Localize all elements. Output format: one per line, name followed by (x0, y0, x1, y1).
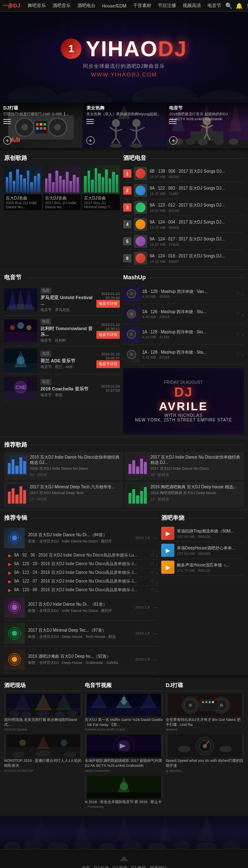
track-item-0-3[interactable]: ▶ 9A · 122 · 07 · 2016 百大DJ Indie Dance … (4, 577, 158, 586)
download-icon-1[interactable]: ↓ (242, 312, 244, 317)
drink-item-5[interactable]: 6 9A · 124 · 018 · 2017 百大DJ Songs DJ...… (123, 250, 244, 267)
album-item-0[interactable]: 2016 百大DJ Indie Dance Nu Di...（94首） 标签：全… (4, 525, 158, 551)
album-dots-0[interactable]: ··· (153, 535, 158, 541)
album-item-3[interactable]: 2016 酒吧沙滩曲 百大DJ Deep ho...（92首） 标签：全球百大D… (4, 647, 158, 673)
drink-item-3[interactable]: 4 9A · 124 · 004 · 2017 百大DJ Songs DJ...… (123, 216, 244, 233)
download-track-icon-1[interactable]: ↓ (156, 561, 158, 567)
bar-chart-item-1[interactable]: ▶ 草场DeepHouse酒吧舒心串串... 137.50 MB · 59536… (161, 542, 244, 559)
promo-plus-1[interactable]: + (3, 136, 12, 145)
dj-video-1[interactable]: Speed,Speed what you do with dishes打碟的技能… (166, 735, 244, 772)
svg-rect-23 (19, 138, 20, 142)
dj-video-0[interactable]: 全世界有特出名DJ天才奇才 Bm Got Talent 把手打碟...Und R… (166, 694, 244, 731)
heart-track-icon-1[interactable]: ♡ (150, 561, 154, 567)
bar-chart-meta-0: 137.50 MB · 595426 (177, 535, 244, 539)
bar-scene-video-0[interactable]: 国外吧现场 老莫克斯打碟 机合舞dj国邦band式... 2019.DJ,Spe… (4, 694, 82, 731)
song-sub-2: 2017 BUL.DJ Minimal Deep T... (84, 201, 118, 209)
heart-track-icon-3[interactable]: ♡ (150, 579, 154, 584)
dj-avrile-banner[interactable]: FRIDAY 24 AUGUST DJ AVRILE WITH NICHOLAS… (123, 368, 244, 434)
download-track-icon-2[interactable]: ↓ (156, 570, 158, 575)
festival-btn-2[interactable]: 电音节详情 (96, 360, 120, 368)
song-card-2[interactable]: 百大DJ音曲 2017 BUL.DJ Minimal Deep T... (82, 165, 120, 210)
track-item-0-0[interactable]: ▶ 9A · 92 · 36 · 2016 百大DJ Indie Dance N… (4, 551, 158, 560)
drink-item-0[interactable]: 1 6B · 138 · 006 · 2017 百大DJ Songs DJ...… (123, 165, 244, 182)
ev-thumb-0 (85, 694, 163, 716)
mashup-item-2[interactable]: 1A · 128 · Mashup 西洋串烧 · Stu... 4.43 MB … (123, 324, 244, 345)
search-icon[interactable]: 🔍 (225, 2, 232, 9)
nav-item-festival[interactable]: 电音节 (205, 2, 224, 10)
drink-item-1[interactable]: 2 9A · 122 · 083 · 2017 百大DJ Songs DJ...… (123, 182, 244, 199)
svg-point-92 (12, 751, 25, 757)
promo-card-festival[interactable]: 电音节 2018酒吧最流行音乐 超级帅的外DJ AK.BCTX.%26.sAki… (166, 102, 248, 148)
album-dots-2[interactable]: ··· (153, 630, 158, 637)
footer-link-contact[interactable]: 联系我们 (150, 865, 167, 868)
festival-item-1[interactable]: 电音 比利时 Tomorrowland 音乐... 电音节 · 比利时 2019… (4, 316, 120, 347)
heart-icon-1[interactable]: ♡ (236, 312, 240, 317)
album-title-1: 2017 百大DJ Indie Dance Nu Di...（61首） (28, 602, 132, 607)
promo-overlay-1: DJ打碟 打碟技巧!就是打碟技巧 CMF G-095【... (0, 102, 82, 119)
download-track-icon-4[interactable]: ↓ (156, 587, 158, 593)
drink-item-2[interactable]: 3 9A · 123 · 012 · 2017 百大DJ Songs DJ...… (123, 199, 244, 216)
rec-card-2[interactable]: 2017 百大DJ Minimal Deep Tech 六月精华专... 201… (4, 482, 123, 507)
footer-link-dj-tab[interactable]: DJ 扒谱 (94, 865, 109, 868)
section-divider-4 (150, 277, 244, 278)
heart-track-icon-4[interactable]: ♡ (150, 587, 154, 593)
promo-card-dance[interactable]: 美女热舞 美女热舞（双人）乘风破浪热舞Myung超能... + (83, 102, 165, 148)
heart-icon-0[interactable]: ♡ (236, 291, 240, 297)
mashup-item-1[interactable]: 1A · 126 · Mashup 西洋串烧 · Stu... 4.45 MB … (123, 304, 244, 324)
mashup-item-3[interactable]: 1A · 128 · Mashup 西洋串烧 · Sta... 4.43 MB … (123, 345, 244, 365)
rec-card-0[interactable]: 2016 百大DJ Indie Dance Nu Disco欢快串烧经典精选 D… (4, 452, 123, 480)
bar-chart-item-0[interactable]: ▶ 草场陷阱Trap潮流串烧（60M... 137.50 MB · 595426 (161, 525, 244, 542)
nav-item-bar[interactable]: 酒吧音乐 (50, 2, 73, 10)
festival-info-2: 电音 荷兰 ADE 音乐节 电音节 · 荷兰 · ADE (41, 350, 93, 370)
festival-item-0[interactable]: 电音 罗马尼亚 Untold Festival ... 电音节 · 罗马尼亚 2… (4, 285, 120, 316)
nav-item-program[interactable]: 节目注播 (155, 2, 179, 10)
footer-link-dj-course[interactable]: DJ 教程 (131, 865, 146, 868)
footer-link-home[interactable]: 首页 (82, 865, 90, 868)
bell-icon[interactable]: 🔔 (236, 2, 243, 9)
track-item-0-2[interactable]: ▶ 9A · 122 · 24 · 2016 百大DJ Indie Dance … (4, 568, 158, 577)
mashup-item-0[interactable]: 1B · 128 · Mashup 西洋串烧 · Van... 4.43 MB … (123, 284, 244, 304)
festival-btn-1[interactable]: 电音节详情 (96, 331, 120, 339)
download-icon-3[interactable]: ↓ (242, 352, 244, 357)
festival-tag-3: 电音 (41, 379, 51, 385)
album-dots-3[interactable]: ··· (153, 656, 158, 663)
nav-item-material[interactable]: 干音素材 (131, 2, 154, 10)
upload-icon[interactable]: ⬆ (246, 2, 248, 9)
track-item-0-1[interactable]: ▶ 9A · 126 · 19 · 2016 百大DJ Indie Dance … (4, 560, 158, 568)
nav-item-radio[interactable]: 酒吧电台 (75, 2, 98, 10)
download-icon-2[interactable]: ↓ (242, 332, 244, 337)
song-card-0[interactable]: 百大DJ音曲 2016 BUL.DJ Indie Dance Nu... (4, 165, 42, 210)
drinking-songs-header: 酒吧电音 (123, 155, 244, 162)
download-track-icon[interactable]: ↓ (156, 553, 158, 558)
heart-track-icon[interactable]: ♡ (150, 553, 154, 558)
festival-item-3[interactable]: CHE 电音 2019 Coachella 音乐节 电音节 · 美国 2019.… (4, 374, 120, 402)
nav-logo[interactable]: 一步DJ (2, 2, 20, 10)
festival-btn-0[interactable]: 电音节详情 (96, 300, 120, 308)
drink-info-0: 6B · 138 · 006 · 2017 百大DJ Songs DJ... 1… (150, 169, 244, 179)
album-item-1[interactable]: 2017 百大DJ Indie Dance Nu Di...（61首） 标签：全… (4, 595, 158, 621)
festival-item-2[interactable]: 电音 荷兰 ADE 音乐节 电音节 · 荷兰 · ADE 2019.01.10 … (4, 346, 120, 374)
heart-track-icon-2[interactable]: ♡ (150, 570, 154, 575)
bar-chart-item-2[interactable]: ▶ 酩多声道House混匹串烧（... 171.75 MB · 655136 (161, 559, 244, 576)
ev-video-0[interactable]: 百大DJ 第一名 Maffin Garrix %26 David Guetta … (85, 694, 163, 731)
promo-plus-2[interactable]: + (86, 136, 95, 145)
drink-item-4[interactable]: 5 9A · 124 · 017 · 2017 百大DJ Songs DJ...… (123, 233, 244, 250)
ev-video-1[interactable]: 全场开锁趴酒吧我超级精彩 2017 超级帅气外国DJ AK.BCTX.%26.s… (85, 735, 163, 772)
promo-card-dj[interactable]: DJ打碟 打碟技巧!就是打碟技巧 CMF G-095【... + (0, 102, 82, 148)
bar-scene-video-1[interactable]: NONSTOP 2019 · 直播打碟台词打人人1人组的精彩表演 2019.DJ… (4, 735, 82, 772)
song-card-1[interactable]: 百大DJ音曲 2017 BUL.DJ Indie Dance Nu... (43, 165, 81, 210)
ev-video-2[interactable]: N 2018 · 有名合并国际电音节 赛 2018 · 那么卡 ...Festi… (85, 776, 163, 809)
nav-item-dance[interactable]: 舞吧音乐 (25, 2, 48, 10)
album-item-2[interactable]: 2017 百大DJ Minimal Deep Tec...（97首） 标签：全球… (4, 621, 158, 647)
footer-link-dj-songs[interactable]: DJ 歌路 (113, 865, 127, 868)
nav-item-house[interactable]: House/EDM (100, 2, 129, 9)
nav-item-video[interactable]: 视频高清 (180, 2, 203, 10)
rec-card-3[interactable]: 2016 陶吧酒吧舞典 百大DJ Deep house 精选... 2016 陶… (125, 482, 244, 507)
download-icon-0[interactable]: ↓ (242, 291, 244, 297)
heart-icon-3[interactable]: ♡ (236, 352, 240, 357)
rec-card-1[interactable]: 2017 百大DJ Indie Dance Nu Disco欢快串烧经典精选 D… (125, 452, 244, 480)
heart-icon-2[interactable]: ♡ (236, 332, 240, 337)
download-track-icon-3[interactable]: ↓ (156, 579, 158, 584)
track-item-0-4[interactable]: ▶ 9A · 120 · 68 · 2016 百大DJ Indie Dance … (4, 586, 158, 595)
album-dots-1[interactable]: ··· (153, 604, 158, 611)
